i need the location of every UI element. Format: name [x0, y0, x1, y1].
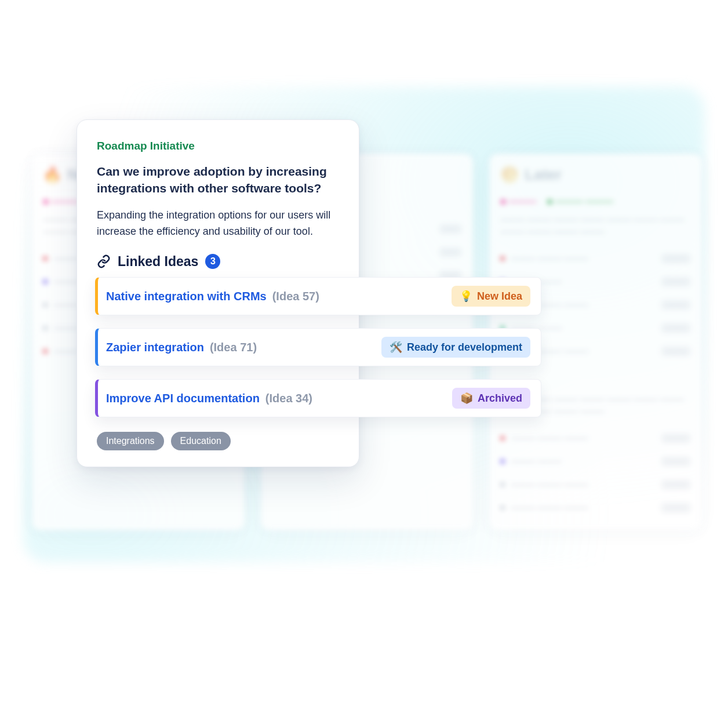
status-badge-archived: 📦 Archived [452, 388, 530, 409]
board-chip: ■ ——— [500, 196, 536, 207]
status-label: Ready for development [407, 341, 522, 354]
idea-id: (Idea 34) [265, 392, 312, 405]
linked-ideas-label: Linked Ideas [118, 254, 198, 270]
linked-idea-row[interactable]: Zapier integration (Idea 71) 🛠️ Ready fo… [95, 328, 541, 366]
status-badge-new-idea: 💡 New Idea [452, 286, 530, 307]
card-eyebrow: Roadmap Initiative [97, 140, 339, 152]
fire-icon: 🔥 [43, 166, 61, 184]
linked-idea-row[interactable]: Native integration with CRMs (Idea 57) 💡… [95, 277, 541, 315]
package-icon: 📦 [460, 392, 473, 405]
status-label: New Idea [477, 290, 522, 303]
moon-icon: 🌕 [500, 166, 519, 184]
idea-title: Native integration with CRMs [106, 290, 267, 303]
idea-title: Improve API documentation [106, 392, 260, 405]
linked-ideas-count: 3 [205, 254, 220, 269]
card-body: Expanding the integration options for ou… [97, 208, 339, 240]
linked-ideas-header: Linked Ideas 3 [97, 254, 339, 270]
status-label: Archived [478, 392, 522, 405]
tag-integrations[interactable]: Integrations [97, 432, 164, 450]
status-badge-ready: 🛠️ Ready for development [381, 337, 530, 358]
tag-row: Integrations Education [97, 432, 339, 450]
linked-ideas-list: Native integration with CRMs (Idea 57) 💡… [95, 277, 541, 417]
board-chip: ■ ——— [43, 196, 79, 207]
card-question: Can we improve adoption by increasing in… [97, 163, 339, 197]
board-chip: ■ ——— ——— [547, 196, 613, 207]
column-title: Later [525, 166, 562, 184]
idea-title: Zapier integration [106, 341, 204, 354]
tag-education[interactable]: Education [171, 432, 231, 450]
tools-icon: 🛠️ [390, 341, 402, 354]
idea-id: (Idea 71) [210, 341, 257, 354]
link-icon [97, 254, 111, 268]
linked-idea-row[interactable]: Improve API documentation (Idea 34) 📦 Ar… [95, 379, 541, 417]
idea-id: (Idea 57) [272, 290, 319, 303]
lightbulb-icon: 💡 [460, 290, 472, 303]
